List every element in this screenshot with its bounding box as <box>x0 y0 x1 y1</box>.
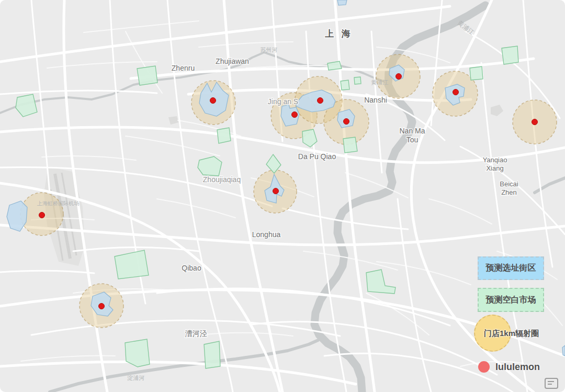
water-label: 上海虹桥国际机场 <box>37 200 79 206</box>
store-marker[interactable] <box>273 188 279 194</box>
map-control-icon[interactable] <box>545 378 558 389</box>
blank-market-polygon <box>217 128 231 143</box>
place-label: Xiang <box>486 164 503 172</box>
place-label: Yanqiao <box>483 156 507 164</box>
site-block-polygon <box>562 345 565 356</box>
water-label: 黄浦江 <box>456 19 476 36</box>
legend-site-block-label: 预测选址街区 <box>486 263 536 274</box>
place-label: 上 海 <box>324 29 353 39</box>
blank-market-polygon <box>16 94 37 117</box>
store-marker[interactable] <box>453 89 459 95</box>
place-label: 漕河泾 <box>185 329 207 338</box>
blank-market-polygon <box>115 250 149 279</box>
place-label: Longhua <box>252 230 281 239</box>
legend-brand-label: lululemon <box>495 362 540 373</box>
blank-market-polygon <box>470 66 483 80</box>
blank-market-polygon <box>204 341 220 368</box>
place-label: Zhen <box>501 188 517 196</box>
place-label: Tou <box>406 136 419 144</box>
legend-radius-label: 门店1km辐射圈 <box>479 329 544 339</box>
legend-brand-dot <box>478 361 490 373</box>
place-label: Qibao <box>182 264 201 272</box>
blank-market-polygon <box>354 77 361 84</box>
place-label: Zhujiawan <box>216 57 249 65</box>
blank-market-polygon <box>137 66 157 85</box>
store-marker[interactable] <box>396 74 402 80</box>
water-label: 黄浦江 <box>371 79 389 85</box>
store-marker[interactable] <box>344 119 349 125</box>
blank-market-polygon <box>302 129 317 147</box>
place-label: Jing an S <box>268 97 298 106</box>
blank-market-polygon <box>502 46 518 64</box>
legend-blank-market-swatch: 预测空白市场 <box>478 288 544 312</box>
water-label: 淀浦河 <box>127 375 145 381</box>
radius-circles-layer <box>20 54 557 328</box>
water-label: 苏州河 <box>261 47 278 53</box>
blank-market-polygon <box>366 270 396 294</box>
store-marker[interactable] <box>210 98 216 104</box>
store-marker[interactable] <box>532 119 538 125</box>
blank-market-polygon <box>198 156 222 176</box>
store-marker[interactable] <box>39 212 45 218</box>
store-marker[interactable] <box>292 112 298 118</box>
legend-blank-market-label: 预测空白市场 <box>486 295 536 306</box>
map-canvas[interactable]: 苏州河黄浦江黄浦江淀浦河上海虹桥国际机场 上 海ZhenruZhujiawanJ… <box>0 0 565 392</box>
blank-market-polygon <box>125 339 150 367</box>
place-label: Da Pu Qiao <box>298 152 336 161</box>
place-label: Nan Ma <box>399 127 425 135</box>
legend-site-block-swatch: 预测选址街区 <box>478 256 544 280</box>
place-label: Nanshi <box>364 96 387 104</box>
blank-market-polygon <box>341 80 349 90</box>
blank-market-polygon <box>343 137 357 153</box>
place-label: Zhenru <box>172 64 195 72</box>
place-label: Zhoujiaqiaq <box>203 175 241 184</box>
blank-market-polygon <box>327 61 342 70</box>
site-block-polygon <box>337 0 347 5</box>
place-label: Beicai <box>500 180 518 188</box>
store-marker[interactable] <box>99 304 105 309</box>
store-marker[interactable] <box>318 98 323 104</box>
